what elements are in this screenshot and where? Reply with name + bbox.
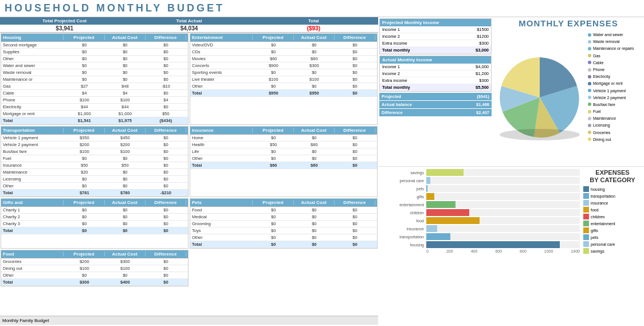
transportation-rows: Vehicle 1 payment $350 $450 $0 Vehicle 2… bbox=[1, 135, 188, 197]
row-projected: $0 bbox=[64, 77, 105, 82]
row-actual: $0 bbox=[105, 207, 146, 213]
bar-legend-color bbox=[583, 200, 589, 206]
bar-outer bbox=[426, 169, 580, 176]
row-projected: $0 bbox=[253, 70, 294, 75]
row-projected: $0 bbox=[253, 207, 294, 213]
row-name: Total bbox=[3, 118, 64, 123]
bar-chart-wrapper: savings personal care pets gifts enterta… bbox=[380, 169, 580, 253]
housing-rows: Second mortgage $0 $0 $0 Supplies $0 $0 … bbox=[1, 42, 188, 124]
tab-label: Monthly Family Budget bbox=[2, 318, 49, 323]
total-projected: $3,941 bbox=[2, 25, 127, 32]
row-projected: $0 bbox=[253, 242, 294, 247]
income-row: Income 1$4,000 bbox=[380, 64, 491, 70]
row-name: Supplies bbox=[3, 49, 64, 54]
row-projected: $0 bbox=[253, 156, 294, 161]
legend-dot bbox=[588, 96, 591, 99]
row-actual: $0 bbox=[294, 49, 335, 54]
row-actual: $0 bbox=[105, 221, 146, 226]
table-row: Toys $0 $0 $0 bbox=[190, 227, 377, 234]
bottom-tab[interactable]: Monthly Family Budget bbox=[0, 316, 378, 325]
empty-cell bbox=[189, 249, 378, 287]
row-diff: $0 bbox=[146, 42, 186, 48]
pie-legend-item: Phone bbox=[588, 66, 641, 73]
pie-legend-item: Groceries bbox=[588, 129, 641, 136]
row-name: Total bbox=[192, 242, 253, 247]
bar-legend-color bbox=[583, 193, 589, 199]
gifts-header: Gifts and Projected Actual Cost Differen… bbox=[1, 199, 188, 207]
row-diff: $0 bbox=[146, 170, 186, 175]
bar-chart-rows: savings personal care pets gifts enterta… bbox=[380, 169, 580, 248]
income-label: Extra income bbox=[382, 78, 407, 83]
row-projected: $0 bbox=[64, 214, 105, 219]
row-name: Total bbox=[192, 91, 253, 96]
table-row: Total $781 $780 -$210 bbox=[1, 190, 188, 197]
row-diff: $0 bbox=[146, 176, 186, 182]
row-diff: $0 bbox=[146, 91, 186, 96]
row-name: Video/DVD bbox=[192, 42, 253, 48]
legend-label: Fuel bbox=[593, 108, 601, 115]
table-row: Bus/taxi fare $100 $100 $0 bbox=[1, 148, 188, 155]
row-actual: $0 bbox=[105, 228, 146, 233]
food-diff-col: Difference bbox=[146, 252, 186, 257]
row-actual: $450 bbox=[105, 135, 146, 140]
row-actual: $48 bbox=[105, 84, 146, 89]
food-header: Food Projected Actual Cost Difference bbox=[1, 250, 188, 258]
table-row: Maintenance $20 $0 $0 bbox=[1, 169, 188, 176]
row-name: Bus/taxi fare bbox=[3, 149, 64, 154]
pie-svg-container bbox=[494, 29, 586, 165]
summary-values: $3,941 $4,034 ($93) bbox=[0, 25, 378, 33]
table-row: Health $50 $80 $0 bbox=[190, 142, 377, 148]
row-projected: $50 bbox=[64, 163, 105, 168]
row-actual: $0 bbox=[294, 242, 335, 247]
pets-title: Pets bbox=[192, 200, 253, 205]
row-actual: $0 bbox=[105, 176, 146, 182]
ins-proj-col: Projected bbox=[253, 128, 293, 133]
row-name: Charity 1 bbox=[3, 207, 64, 213]
bar-legend-label: housing bbox=[591, 187, 605, 191]
table-row: Live theater $100 $100 $0 bbox=[190, 76, 377, 83]
bar-outer bbox=[426, 233, 580, 240]
row-name: Other bbox=[192, 235, 253, 240]
balance-box: Difference$2,407 bbox=[379, 109, 492, 116]
income-row: Total monthly$5,500 bbox=[380, 84, 491, 91]
insurance-section: Insurance Projected Actual Cost Differen… bbox=[190, 126, 378, 197]
table-row: CDs $0 $0 $0 bbox=[190, 49, 377, 56]
bar-legend-color bbox=[583, 214, 589, 219]
row-diff: $0 bbox=[146, 259, 186, 264]
table-row: Other $0 $0 $0 bbox=[190, 234, 377, 241]
table-row: Licensing $0 $0 $0 bbox=[1, 176, 188, 183]
row-diff: $0 bbox=[335, 42, 375, 48]
row-diff: $4 bbox=[146, 97, 186, 103]
row-name: Concerts bbox=[192, 63, 253, 68]
row-diff: $0 bbox=[335, 235, 375, 240]
legend-label: Phone bbox=[593, 66, 604, 73]
income-row: Income 2$1200 bbox=[380, 33, 491, 40]
pie-legend-item: Cable bbox=[588, 60, 641, 66]
row-diff: $0 bbox=[146, 135, 186, 140]
x-axis-label: 0 bbox=[426, 249, 429, 253]
food-actual-col: Actual Cost bbox=[105, 252, 146, 257]
table-row: Medical $0 $0 $0 bbox=[190, 214, 377, 221]
row-projected: $950 bbox=[253, 91, 294, 96]
legend-label: Water and sewer bbox=[593, 32, 623, 38]
bar-legend-color bbox=[583, 207, 589, 213]
bar-inner bbox=[426, 193, 434, 200]
table-row: Total $0 $0 $0 bbox=[1, 227, 188, 234]
row-actual: $0 bbox=[294, 135, 335, 140]
row-actual: $100 bbox=[105, 149, 146, 154]
bar-legend-label: entertainment bbox=[591, 222, 615, 226]
income-label: Extra income bbox=[382, 41, 407, 46]
summary-header: Total Projected Cost Total Actual Total bbox=[0, 17, 378, 25]
table-row: Phone $100 $100 $4 bbox=[1, 97, 188, 104]
row-diff: $0 bbox=[335, 149, 375, 154]
bar-chart-row: entertainment bbox=[380, 201, 580, 208]
row-projected: $0 bbox=[64, 56, 105, 61]
row-actual: $100 bbox=[105, 266, 146, 271]
row-projected: $0 bbox=[253, 221, 294, 226]
row-projected: $781 bbox=[64, 190, 105, 195]
left-panel: Total Projected Cost Total Actual Total … bbox=[0, 17, 378, 325]
row-projected: $0 bbox=[64, 49, 105, 54]
page-wrapper: HOUSEHOLD MONTHLY BUDGET Total Projected… bbox=[0, 0, 644, 326]
table-row: Sporting events $0 $0 $0 bbox=[190, 69, 377, 76]
row-diff: $0 bbox=[335, 242, 375, 247]
